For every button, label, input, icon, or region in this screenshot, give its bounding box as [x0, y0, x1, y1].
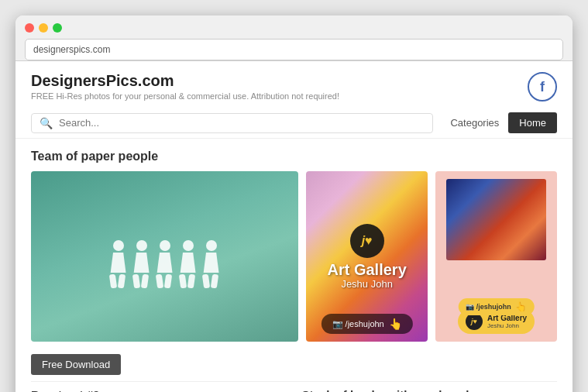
bottom-sections: Burnt out #2 Stack of books with a red a… — [31, 388, 557, 392]
gallery-content-1: j♥ Art Gallery Jeshu John — [328, 224, 407, 290]
gallery-subtitle-1: Jeshu John — [328, 278, 407, 290]
bottom-section-books: Stack of books with a red apple — [302, 388, 558, 392]
image-card-art-gallery-2[interactable]: j♥ Art Gallery Jeshu John 📷 /jeshujohn 👆 — [435, 171, 557, 342]
free-download-button[interactable]: Free Download — [31, 354, 121, 375]
page-content: DesignersPics.com FREE Hi-Res photos for… — [15, 61, 573, 392]
site-title: DesignersPics.com — [31, 72, 339, 90]
hand-emoji-2: 👆 — [515, 301, 527, 312]
section1-title: Team of paper people — [31, 150, 557, 163]
search-wrapper[interactable]: 🔍 — [31, 113, 433, 133]
browser-window: designerspics.com DesignersPics.com FREE… — [15, 15, 573, 392]
instagram-overlay-2: 📷 /jeshujohn 👆 — [458, 298, 535, 315]
art-inner-image — [446, 179, 547, 260]
hand-emoji-1: 👆 — [389, 318, 402, 330]
instagram-text-2: 📷 /jeshujohn — [466, 303, 511, 311]
site-branding: DesignersPics.com FREE Hi-Res photos for… — [31, 72, 339, 101]
nav-links: Categories Home — [441, 112, 557, 133]
image-grid: j♥ Art Gallery Jeshu John 📷 /jeshujohn 👆 — [31, 171, 557, 342]
figure-5 — [203, 240, 220, 288]
address-bar[interactable]: designerspics.com — [25, 39, 563, 60]
search-icon: 🔍 — [40, 117, 53, 129]
facebook-button[interactable]: f — [528, 72, 557, 101]
gallery-logo-1: j♥ — [350, 224, 384, 258]
image-paper-people — [31, 171, 298, 342]
instagram-text-1: 📷 /jeshujohn — [332, 319, 384, 329]
browser-chrome: designerspics.com — [15, 15, 573, 61]
main-content: Team of paper people — [15, 139, 573, 392]
gallery-title-1: Art Gallery — [328, 261, 407, 278]
site-tagline: FREE Hi-Res photos for your personal & c… — [31, 91, 339, 101]
instagram-overlay-1: 📷 /jeshujohn 👆 — [322, 314, 413, 334]
nav-bar: 🔍 Categories Home — [15, 108, 573, 139]
search-input[interactable] — [59, 117, 425, 129]
traffic-light-minimize[interactable] — [39, 23, 48, 33]
image-card-paper-people[interactable] — [31, 171, 298, 342]
image-art-gallery-2: j♥ Art Gallery Jeshu John — [435, 171, 557, 342]
site-header: DesignersPics.com FREE Hi-Res photos for… — [15, 61, 573, 108]
bottom-section-burnt: Burnt out #2 — [31, 388, 287, 392]
gallery-text-small: Art Gallery Jeshu John — [487, 314, 527, 329]
nav-categories[interactable]: Categories — [441, 112, 508, 133]
image-card-art-gallery-1[interactable]: j♥ Art Gallery Jeshu John 📷 /jeshujohn 👆 — [306, 171, 428, 342]
figure-3 — [156, 240, 174, 288]
traffic-light-maximize[interactable] — [53, 23, 62, 33]
section-divider — [31, 381, 557, 382]
figure-2 — [133, 240, 150, 288]
traffic-lights — [25, 23, 563, 33]
gallery-logo-small: j♥ — [466, 313, 483, 330]
figure-1 — [110, 240, 127, 288]
section3-title: Stack of books with a red apple — [302, 388, 558, 392]
figure-4 — [180, 240, 197, 288]
section2-title: Burnt out #2 — [31, 388, 287, 392]
address-bar-text: designerspics.com — [33, 44, 110, 55]
traffic-light-close[interactable] — [25, 23, 34, 33]
nav-home[interactable]: Home — [508, 112, 557, 133]
